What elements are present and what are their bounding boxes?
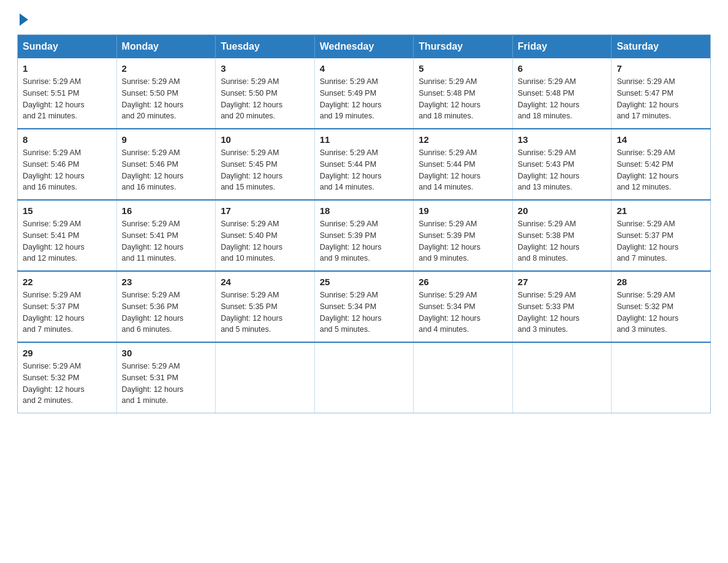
calendar-day-cell: 29 Sunrise: 5:29 AMSunset: 5:32 PMDaylig… xyxy=(18,342,117,413)
calendar-day-cell xyxy=(216,342,315,413)
day-number: 9 xyxy=(122,134,211,145)
calendar-header-monday: Monday xyxy=(116,35,216,59)
day-info: Sunrise: 5:29 AMSunset: 5:38 PMDaylight:… xyxy=(518,218,607,264)
day-info: Sunrise: 5:29 AMSunset: 5:36 PMDaylight:… xyxy=(122,289,211,335)
calendar-day-cell: 13 Sunrise: 5:29 AMSunset: 5:43 PMDaylig… xyxy=(512,129,612,200)
day-info: Sunrise: 5:29 AMSunset: 5:34 PMDaylight:… xyxy=(320,289,409,335)
day-number: 15 xyxy=(23,205,112,216)
day-number: 27 xyxy=(518,277,607,287)
day-info: Sunrise: 5:29 AMSunset: 5:34 PMDaylight:… xyxy=(419,289,507,335)
calendar-day-cell: 22 Sunrise: 5:29 AMSunset: 5:37 PMDaylig… xyxy=(18,271,117,342)
day-number: 5 xyxy=(419,63,507,74)
calendar-header-thursday: Thursday xyxy=(414,35,513,59)
day-number: 21 xyxy=(616,205,705,216)
calendar-header-wednesday: Wednesday xyxy=(314,35,414,59)
logo-triangle-icon xyxy=(20,13,28,26)
calendar-header-friday: Friday xyxy=(512,35,612,59)
day-number: 24 xyxy=(221,277,309,287)
calendar-day-cell: 24 Sunrise: 5:29 AMSunset: 5:35 PMDaylig… xyxy=(216,271,315,342)
calendar-header-tuesday: Tuesday xyxy=(216,35,315,59)
calendar-header-row: SundayMondayTuesdayWednesdayThursdayFrid… xyxy=(18,35,711,59)
day-number: 6 xyxy=(518,63,607,74)
day-number: 12 xyxy=(419,134,507,145)
calendar-day-cell: 16 Sunrise: 5:29 AMSunset: 5:41 PMDaylig… xyxy=(116,200,216,271)
day-info: Sunrise: 5:29 AMSunset: 5:46 PMDaylight:… xyxy=(122,147,211,193)
calendar-day-cell: 4 Sunrise: 5:29 AMSunset: 5:49 PMDayligh… xyxy=(314,58,414,129)
calendar-day-cell: 21 Sunrise: 5:29 AMSunset: 5:37 PMDaylig… xyxy=(612,200,711,271)
calendar-day-cell: 11 Sunrise: 5:29 AMSunset: 5:44 PMDaylig… xyxy=(314,129,414,200)
day-info: Sunrise: 5:29 AMSunset: 5:49 PMDaylight:… xyxy=(320,76,409,122)
day-info: Sunrise: 5:29 AMSunset: 5:39 PMDaylight:… xyxy=(320,218,409,264)
day-number: 13 xyxy=(518,134,607,145)
day-info: Sunrise: 5:29 AMSunset: 5:32 PMDaylight:… xyxy=(616,289,705,335)
day-info: Sunrise: 5:29 AMSunset: 5:39 PMDaylight:… xyxy=(419,218,507,264)
day-number: 14 xyxy=(616,134,705,145)
calendar-day-cell xyxy=(612,342,711,413)
calendar-day-cell: 18 Sunrise: 5:29 AMSunset: 5:39 PMDaylig… xyxy=(314,200,414,271)
calendar-week-row: 29 Sunrise: 5:29 AMSunset: 5:32 PMDaylig… xyxy=(18,342,711,413)
day-info: Sunrise: 5:29 AMSunset: 5:37 PMDaylight:… xyxy=(23,289,112,335)
page-header xyxy=(17,15,711,23)
day-info: Sunrise: 5:29 AMSunset: 5:48 PMDaylight:… xyxy=(419,76,507,122)
calendar-day-cell: 15 Sunrise: 5:29 AMSunset: 5:41 PMDaylig… xyxy=(18,200,117,271)
calendar-day-cell: 17 Sunrise: 5:29 AMSunset: 5:40 PMDaylig… xyxy=(216,200,315,271)
day-number: 8 xyxy=(23,134,112,145)
day-info: Sunrise: 5:29 AMSunset: 5:37 PMDaylight:… xyxy=(616,218,705,264)
calendar-day-cell: 20 Sunrise: 5:29 AMSunset: 5:38 PMDaylig… xyxy=(512,200,612,271)
calendar-week-row: 1 Sunrise: 5:29 AMSunset: 5:51 PMDayligh… xyxy=(18,58,711,129)
calendar-day-cell: 19 Sunrise: 5:29 AMSunset: 5:39 PMDaylig… xyxy=(414,200,513,271)
calendar-day-cell: 1 Sunrise: 5:29 AMSunset: 5:51 PMDayligh… xyxy=(18,58,117,129)
day-info: Sunrise: 5:29 AMSunset: 5:46 PMDaylight:… xyxy=(23,147,112,193)
calendar-day-cell: 2 Sunrise: 5:29 AMSunset: 5:50 PMDayligh… xyxy=(116,58,216,129)
calendar-header-sunday: Sunday xyxy=(18,35,117,59)
day-number: 30 xyxy=(122,348,211,358)
calendar-day-cell: 25 Sunrise: 5:29 AMSunset: 5:34 PMDaylig… xyxy=(314,271,414,342)
day-info: Sunrise: 5:29 AMSunset: 5:32 PMDaylight:… xyxy=(23,361,112,407)
day-info: Sunrise: 5:29 AMSunset: 5:35 PMDaylight:… xyxy=(221,289,309,335)
day-info: Sunrise: 5:29 AMSunset: 5:47 PMDaylight:… xyxy=(616,76,705,122)
calendar-day-cell: 14 Sunrise: 5:29 AMSunset: 5:42 PMDaylig… xyxy=(612,129,711,200)
calendar-day-cell: 26 Sunrise: 5:29 AMSunset: 5:34 PMDaylig… xyxy=(414,271,513,342)
day-info: Sunrise: 5:29 AMSunset: 5:51 PMDaylight:… xyxy=(23,76,112,122)
day-info: Sunrise: 5:29 AMSunset: 5:33 PMDaylight:… xyxy=(518,289,607,335)
day-number: 11 xyxy=(320,134,409,145)
calendar-day-cell: 7 Sunrise: 5:29 AMSunset: 5:47 PMDayligh… xyxy=(612,58,711,129)
day-number: 10 xyxy=(221,134,309,145)
day-number: 2 xyxy=(122,63,211,74)
day-number: 3 xyxy=(221,63,309,74)
day-info: Sunrise: 5:29 AMSunset: 5:48 PMDaylight:… xyxy=(518,76,607,122)
calendar-table: SundayMondayTuesdayWednesdayThursdayFrid… xyxy=(17,34,711,413)
day-number: 23 xyxy=(122,277,211,287)
day-info: Sunrise: 5:29 AMSunset: 5:42 PMDaylight:… xyxy=(616,147,705,193)
day-info: Sunrise: 5:29 AMSunset: 5:44 PMDaylight:… xyxy=(320,147,409,193)
day-number: 28 xyxy=(616,277,705,287)
calendar-day-cell: 5 Sunrise: 5:29 AMSunset: 5:48 PMDayligh… xyxy=(414,58,513,129)
calendar-day-cell: 12 Sunrise: 5:29 AMSunset: 5:44 PMDaylig… xyxy=(414,129,513,200)
calendar-day-cell: 9 Sunrise: 5:29 AMSunset: 5:46 PMDayligh… xyxy=(116,129,216,200)
calendar-day-cell xyxy=(512,342,612,413)
calendar-day-cell: 23 Sunrise: 5:29 AMSunset: 5:36 PMDaylig… xyxy=(116,271,216,342)
calendar-header-saturday: Saturday xyxy=(612,35,711,59)
calendar-day-cell: 8 Sunrise: 5:29 AMSunset: 5:46 PMDayligh… xyxy=(18,129,117,200)
day-number: 29 xyxy=(23,348,112,358)
day-info: Sunrise: 5:29 AMSunset: 5:40 PMDaylight:… xyxy=(221,218,309,264)
calendar-day-cell: 30 Sunrise: 5:29 AMSunset: 5:31 PMDaylig… xyxy=(116,342,216,413)
day-info: Sunrise: 5:29 AMSunset: 5:31 PMDaylight:… xyxy=(122,361,211,407)
calendar-week-row: 22 Sunrise: 5:29 AMSunset: 5:37 PMDaylig… xyxy=(18,271,711,342)
day-info: Sunrise: 5:29 AMSunset: 5:41 PMDaylight:… xyxy=(23,218,112,264)
day-number: 22 xyxy=(23,277,112,287)
day-number: 20 xyxy=(518,205,607,216)
day-number: 18 xyxy=(320,205,409,216)
day-number: 19 xyxy=(419,205,507,216)
calendar-day-cell xyxy=(314,342,414,413)
calendar-day-cell: 10 Sunrise: 5:29 AMSunset: 5:45 PMDaylig… xyxy=(216,129,315,200)
day-number: 1 xyxy=(23,63,112,74)
day-info: Sunrise: 5:29 AMSunset: 5:45 PMDaylight:… xyxy=(221,147,309,193)
logo xyxy=(17,15,28,23)
day-info: Sunrise: 5:29 AMSunset: 5:50 PMDaylight:… xyxy=(221,76,309,122)
day-number: 4 xyxy=(320,63,409,74)
calendar-day-cell: 6 Sunrise: 5:29 AMSunset: 5:48 PMDayligh… xyxy=(512,58,612,129)
day-number: 16 xyxy=(122,205,211,216)
day-info: Sunrise: 5:29 AMSunset: 5:43 PMDaylight:… xyxy=(518,147,607,193)
calendar-week-row: 15 Sunrise: 5:29 AMSunset: 5:41 PMDaylig… xyxy=(18,200,711,271)
